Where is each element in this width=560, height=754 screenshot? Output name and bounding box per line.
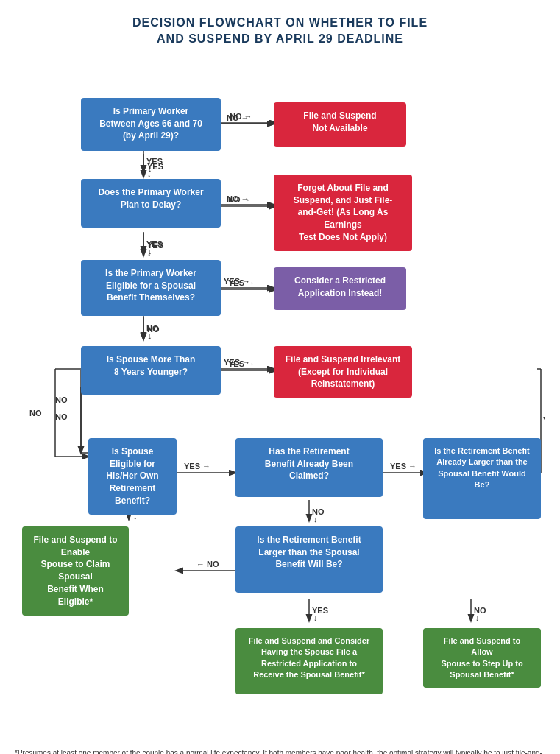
svg-text:↓: ↓ [148, 331, 152, 340]
svg-text:NO: NO [55, 395, 68, 404]
svg-text:↓: ↓ [148, 247, 152, 256]
svg-text:↓: ↓ [147, 248, 152, 257]
box-q6: Has the Retirement Benefit Already Been … [235, 438, 383, 497]
svg-text:↓: ↓ [147, 332, 152, 341]
svg-text:YES →: YES → [228, 278, 255, 287]
svg-text:YES →: YES → [390, 462, 417, 471]
flowchart: NO → YES ↓ NO → YES ↓ YES → NO ↓ YES → [15, 63, 545, 740]
page-title: DECISION FLOWCHART ON WHETHER TO FILE AN… [15, 15, 545, 48]
svg-text:NO →: NO → [228, 195, 251, 204]
svg-text:NO: NO [29, 409, 42, 417]
svg-text:NO: NO [55, 412, 68, 421]
svg-text:NO: NO [474, 606, 486, 615]
svg-text:↓: ↓ [475, 613, 480, 622]
page-container: DECISION FLOWCHART ON WHETHER TO FILE AN… [15, 15, 545, 754]
box-q5: Is Spouse Eligible for His/Her Own Retir… [88, 438, 177, 515]
svg-text:↓: ↓ [313, 613, 318, 622]
box-q3: Is the Primary Worker Eligible for a Spo… [81, 260, 221, 316]
svg-text:YES →: YES → [224, 358, 250, 367]
svg-text:↓: ↓ [148, 164, 152, 173]
box-a3-yes: Consider a Restricted Application Instea… [274, 267, 406, 310]
svg-text:YES →: YES → [184, 462, 210, 471]
svg-text:↓: ↓ [313, 515, 318, 524]
box-a7-yes: File and Suspend and Consider Having the… [235, 628, 383, 694]
svg-text:NO: NO [147, 325, 160, 334]
box-q8: Is the Retirement Benefit Already Larger… [423, 438, 541, 519]
box-q1: Is Primary Worker Between Ages 66 and 70… [81, 98, 221, 151]
svg-text:YES: YES [146, 239, 163, 248]
svg-text:NO →: NO → [227, 194, 249, 203]
svg-text:← NO: ← NO [196, 560, 219, 568]
svg-text:↓: ↓ [147, 169, 152, 178]
svg-text:YES: YES [146, 157, 163, 166]
svg-text:YES: YES [147, 241, 163, 250]
footnote: *Presumes at least one member of the cou… [15, 747, 545, 754]
svg-text:NO →: NO → [227, 113, 249, 122]
svg-text:YES: YES [543, 416, 545, 425]
svg-text:YES: YES [147, 162, 163, 171]
svg-text:NO →: NO → [230, 112, 252, 121]
svg-text:YES: YES [312, 606, 328, 615]
box-q7: Is the Retirement Benefit Larger than th… [235, 526, 383, 593]
box-a2-no: Forget About File and Suspend, and Just … [274, 175, 412, 251]
svg-text:YES →: YES → [224, 277, 250, 286]
svg-text:NO: NO [146, 324, 159, 333]
box-a8-no: File and Suspend to Allow Spouse to Step… [423, 628, 541, 688]
box-q2: Does the Primary Worker Plan to Delay? [81, 179, 221, 228]
svg-text:YES →: YES → [228, 359, 255, 368]
box-a1-no: File and Suspend Not Available [274, 102, 406, 147]
box-a4-yes: File and Suspend Irrelevant (Except for … [274, 346, 412, 398]
box-a5-no: File and Suspend to Enable Spouse to Cla… [22, 526, 129, 616]
box-q4: Is Spouse More Than 8 Years Younger? [81, 346, 221, 395]
svg-text:NO: NO [312, 507, 325, 516]
